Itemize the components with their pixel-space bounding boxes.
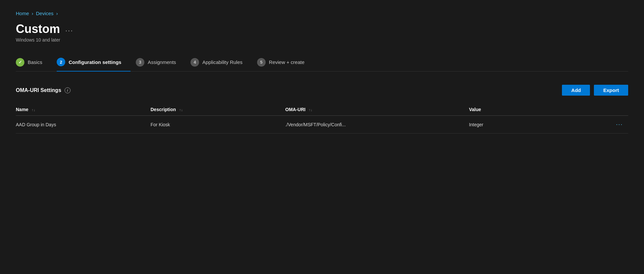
sort-icon-oma-uri[interactable]: ↑↓	[309, 108, 312, 112]
col-header-actions	[591, 104, 628, 116]
tab-badge-review: 5	[257, 58, 266, 67]
button-row: Add Export	[562, 85, 628, 96]
col-header-description: Description ↑↓	[151, 104, 285, 116]
info-icon[interactable]: i	[65, 87, 71, 93]
cell-description: For Kiosk	[151, 116, 285, 134]
export-button[interactable]: Export	[594, 85, 628, 96]
section-title: OMA-URI Settings	[16, 87, 61, 93]
tab-applicability-rules[interactable]: 4 Applicability Rules	[190, 53, 252, 71]
sort-icon-name[interactable]: ↑↓	[32, 108, 35, 112]
tab-badge-basics: ✓	[16, 58, 24, 67]
page-title: Custom	[16, 22, 60, 36]
cell-value: Integer	[469, 116, 592, 134]
col-header-value: Value	[469, 104, 592, 116]
breadcrumb-home[interactable]: Home	[16, 11, 29, 16]
breadcrumb: Home › Devices ›	[16, 11, 628, 16]
breadcrumb-sep-2: ›	[56, 11, 58, 16]
page-subtitle: Windows 10 and later	[16, 37, 628, 43]
table-row: AAD Group in Days For Kiosk ./Vendor/MSF…	[16, 116, 628, 134]
tab-review-create[interactable]: 5 Review + create	[257, 53, 314, 71]
tab-label-config: Configuration settings	[69, 59, 121, 65]
sort-icon-description[interactable]: ↑↓	[179, 108, 183, 112]
tab-label-basics: Basics	[28, 59, 42, 65]
col-header-oma-uri: OMA-URI ↑↓	[285, 104, 469, 116]
tab-navigation: ✓ Basics 2 Configuration settings 3 Assi…	[16, 53, 628, 72]
tab-badge-assignments: 3	[136, 58, 144, 67]
section-title-row: OMA-URI Settings i	[16, 87, 71, 93]
tab-label-review: Review + create	[269, 59, 305, 65]
tab-badge-applicability: 4	[190, 58, 199, 67]
col-header-name: Name ↑↓	[16, 104, 151, 116]
tab-label-applicability: Applicability Rules	[202, 59, 243, 65]
breadcrumb-devices[interactable]: Devices	[36, 11, 53, 16]
tab-basics[interactable]: ✓ Basics	[16, 53, 51, 71]
add-button[interactable]: Add	[562, 85, 590, 96]
cell-name: AAD Group in Days	[16, 116, 151, 134]
tab-label-assignments: Assignments	[148, 59, 176, 65]
breadcrumb-sep-1: ›	[32, 11, 33, 16]
more-options-icon[interactable]: ...	[65, 25, 73, 33]
tab-configuration-settings[interactable]: 2 Configuration settings	[57, 53, 131, 72]
table-header-row: Name ↑↓ Description ↑↓ OMA-URI ↑↓ Value	[16, 104, 628, 116]
cell-oma-uri: ./Vendor/MSFT/Policy/Confi...	[285, 116, 469, 134]
row-more-options-icon[interactable]: ···	[616, 121, 623, 128]
page-header: Custom ... Windows 10 and later	[16, 22, 628, 43]
tab-badge-config: 2	[57, 58, 65, 66]
tab-assignments[interactable]: 3 Assignments	[136, 53, 185, 71]
cell-actions: ···	[591, 116, 628, 134]
oma-uri-table: Name ↑↓ Description ↑↓ OMA-URI ↑↓ Value	[16, 104, 628, 134]
oma-uri-section-header: OMA-URI Settings i Add Export	[16, 85, 628, 96]
